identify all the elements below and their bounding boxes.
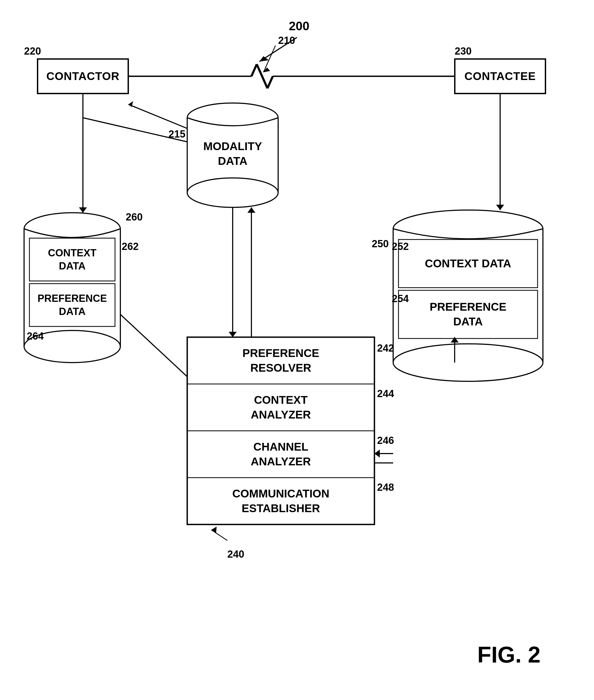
preference-data-left-label: PREFERENCE DATA (29, 284, 115, 326)
contactee-box: CONTACTEE (455, 59, 546, 94)
ref-200: 200 (289, 19, 309, 33)
ref-215: 215 (168, 128, 185, 140)
svg-point-17 (187, 178, 278, 208)
ref-244: 244 (377, 388, 394, 400)
ref-246: 246 (377, 435, 394, 446)
context-data-right-label: CONTEXT DATA (398, 240, 537, 288)
fig-2-label: FIG. 2 (477, 642, 540, 668)
ref-242: 242 (377, 343, 394, 354)
preference-resolver-label: PREFERENCE RESOLVER (187, 337, 374, 384)
ref-250: 250 (372, 238, 389, 250)
context-data-left-label: CONTEXT DATA (29, 238, 115, 281)
svg-marker-43 (229, 332, 237, 337)
svg-point-37 (393, 344, 543, 381)
svg-line-20 (128, 104, 187, 128)
ref-230: 230 (455, 45, 471, 57)
contactor-box: CONTACTOR (37, 59, 128, 94)
svg-marker-30 (79, 208, 87, 213)
contactor-label: CONTACTOR (46, 70, 119, 83)
ref-260: 260 (126, 212, 142, 223)
ref-262: 262 (122, 241, 138, 252)
ref-240: 240 (227, 548, 244, 560)
ref-210: 210 (278, 35, 295, 46)
svg-marker-45 (248, 208, 255, 213)
context-analyzer-label: CONTEXT ANALYZER (187, 384, 374, 431)
communication-establisher-label: COMMUNICATION ESTABLISHER (187, 478, 374, 524)
svg-marker-51 (374, 449, 380, 457)
ref-264: 264 (27, 330, 43, 342)
ref-248: 248 (377, 482, 394, 493)
modality-data-label: MODALITY DATA (187, 139, 278, 168)
svg-line-7 (267, 76, 273, 88)
svg-marker-41 (496, 205, 504, 210)
ref-220: 220 (24, 45, 41, 57)
channel-analyzer-label: CHANNEL ANALYZER (187, 431, 374, 478)
preference-data-right-label: PREFERENCE DATA (398, 290, 537, 339)
contactee-label: CONTACTEE (464, 70, 536, 83)
diagram-container: 200 220 CONTACTOR 210 230 CONTACTEE 215 … (0, 0, 594, 700)
svg-line-5 (252, 64, 257, 76)
